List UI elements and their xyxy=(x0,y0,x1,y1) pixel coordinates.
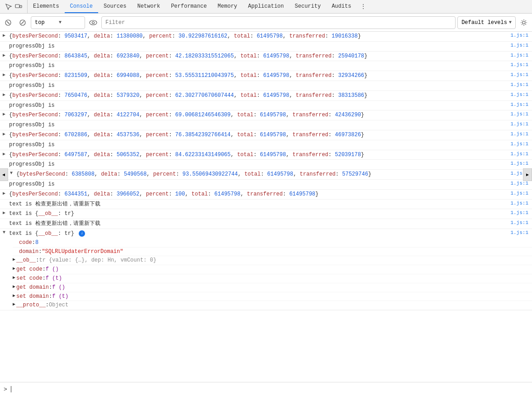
log-entry: text is 检查更新出错，请重新下载 1.js:1 xyxy=(0,200,532,210)
svg-point-7 xyxy=(92,21,95,24)
log-entry: progressObj is 1.js:1 xyxy=(0,180,532,190)
log-entry-with-nav: ◀ ▼ {bytesPerSecond: 6385808, delta: 549… xyxy=(0,170,532,180)
log-source[interactable]: 1.js:1 xyxy=(508,52,532,59)
log-source[interactable]: 1.js:1 xyxy=(508,71,532,78)
log-source[interactable]: 1.js:1 xyxy=(508,190,532,197)
nav-right-arrow[interactable]: ▶ xyxy=(523,168,532,181)
console-cursor xyxy=(11,386,11,392)
log-source[interactable]: 1.js:1 xyxy=(508,140,532,148)
nav-tabs: Elements Console Sources Network Perform… xyxy=(28,0,356,13)
log-source[interactable]: 1.js:1 xyxy=(508,209,532,216)
tree-prop-get-code: ▶ get code: f () xyxy=(13,265,532,274)
eye-button[interactable] xyxy=(87,16,100,29)
inspect-icon[interactable] xyxy=(5,3,13,11)
log-source[interactable]: 1.js:1 xyxy=(508,160,532,167)
log-source[interactable]: 1.js:1 xyxy=(508,120,532,128)
log-source[interactable]: 1.js:1 xyxy=(508,130,532,138)
context-selector[interactable]: top ▼ xyxy=(31,16,85,29)
tree-prop-get-domain: ▶ get domain: f () xyxy=(13,283,532,292)
expand-arrow-open[interactable]: ▼ xyxy=(8,170,14,176)
filter-input[interactable] xyxy=(101,16,456,29)
filter-toggle-button[interactable] xyxy=(16,16,29,29)
tab-security[interactable]: Security xyxy=(290,0,327,13)
level-selector[interactable]: Default levels ▼ xyxy=(457,16,516,29)
expand-arrow[interactable]: ▶ xyxy=(1,209,7,215)
log-source[interactable]: 1.js:1 xyxy=(508,150,532,157)
log-source[interactable]: 1.js:1 xyxy=(508,61,532,68)
log-source[interactable]: 1.js:1 xyxy=(508,229,532,236)
tree-prop-set-code: ▶ set code: f (t) xyxy=(13,274,532,283)
console-output: ▶ {bytesPerSecond: 9503417, delta: 11380… xyxy=(0,32,532,382)
svg-line-3 xyxy=(7,21,10,24)
tab-network[interactable]: Network xyxy=(132,0,165,13)
log-entry: progressObj is 1.js:1 xyxy=(0,61,532,71)
log-entry: progressObj is 1.js:1 xyxy=(0,140,532,150)
log-entry: ▶ {bytesPerSecond: 6497587, delta: 50653… xyxy=(0,150,532,160)
expand-arrow[interactable]: ▶ xyxy=(1,71,7,77)
log-source[interactable]: 1.js:1 xyxy=(508,91,532,98)
svg-rect-0 xyxy=(15,5,19,8)
expand-sub-arrow[interactable]: ▶ xyxy=(13,266,15,272)
svg-line-5 xyxy=(21,21,24,24)
log-entry: ▶ {bytesPerSecond: 7063297, delta: 41227… xyxy=(0,110,532,120)
expand-arrow[interactable]: ▶ xyxy=(1,110,7,117)
expand-sub-arrow[interactable]: ▶ xyxy=(13,275,15,281)
svg-rect-1 xyxy=(20,5,22,8)
tree-prop-ob: ▶ __ob__: tr {value: {…}, dep: Hn, vmCou… xyxy=(13,256,532,265)
log-source[interactable]: 1.js:1 xyxy=(508,42,532,49)
log-entry: ▶ {bytesPerSecond: 6344351, delta: 39660… xyxy=(0,190,532,200)
expand-arrow[interactable]: ▶ xyxy=(1,52,7,58)
log-entry: progressObj is 1.js:1 xyxy=(0,160,532,170)
expand-arrow[interactable]: ▶ xyxy=(1,91,7,97)
expand-placeholder xyxy=(1,42,7,43)
level-dropdown-arrow: ▼ xyxy=(509,20,512,25)
log-entry: text is 检查更新出错，请重新下载 1.js:1 xyxy=(0,219,532,229)
expanded-object-tree: code: 8 domain: "SQLRLUpdaterErrorDomain… xyxy=(0,239,532,310)
log-source[interactable]: 1.js:1 xyxy=(508,219,532,226)
expand-sub-arrow[interactable]: ▶ xyxy=(13,257,15,263)
log-source[interactable]: 1.js:1 xyxy=(508,101,532,108)
expand-arrow[interactable]: ▶ xyxy=(1,130,7,137)
context-dropdown-arrow: ▼ xyxy=(59,20,81,25)
console-prompt-icon: > xyxy=(4,386,7,393)
nav-left-arrow[interactable]: ◀ xyxy=(0,168,8,181)
log-entry: progressObj is 1.js:1 xyxy=(0,120,532,130)
tree-prop-code: code: 8 xyxy=(13,239,532,248)
devtools-nav: Elements Console Sources Network Perform… xyxy=(0,0,532,14)
tab-performance[interactable]: Performance xyxy=(166,0,212,13)
expand-arrow-open[interactable]: ▼ xyxy=(1,229,7,235)
tab-audits[interactable]: Audits xyxy=(326,0,356,13)
log-entry: ▶ text is {__ob__: tr} 1.js:1 xyxy=(0,209,532,219)
settings-button[interactable] xyxy=(518,16,530,29)
console-input-bar: > xyxy=(0,382,532,396)
console-toolbar: top ▼ Default levels ▼ xyxy=(0,14,532,32)
svg-point-8 xyxy=(522,21,525,24)
svg-point-6 xyxy=(90,20,97,25)
log-entry: ▶ {bytesPerSecond: 6702886, delta: 45375… xyxy=(0,130,532,140)
more-tabs-icon[interactable]: ⋮ xyxy=(356,3,370,10)
log-source[interactable]: 1.js:1 xyxy=(508,32,532,39)
expand-arrow[interactable]: ▶ xyxy=(1,32,7,38)
log-entry: ▶ {bytesPerSecond: 8643845, delta: 69238… xyxy=(0,52,532,62)
tab-elements[interactable]: Elements xyxy=(28,0,65,13)
tab-console[interactable]: Console xyxy=(65,0,98,13)
log-source[interactable]: 1.js:1 xyxy=(508,110,532,118)
log-entry: ▶ {bytesPerSecond: 9503417, delta: 11380… xyxy=(0,32,532,42)
tree-prop-set-domain: ▶ set domain: f (t) xyxy=(13,292,532,301)
clear-console-button[interactable] xyxy=(2,16,14,29)
expand-sub-arrow[interactable]: ▶ xyxy=(13,284,15,290)
tab-application[interactable]: Application xyxy=(242,0,289,13)
log-source[interactable]: 1.js:1 xyxy=(508,200,532,207)
expand-sub-arrow[interactable]: ▶ xyxy=(13,293,15,299)
expand-sub-arrow[interactable]: ▶ xyxy=(13,301,15,308)
log-entry: progressObj is 1.js:1 xyxy=(0,81,532,91)
tree-prop-proto: ▶ __proto__: Object xyxy=(13,301,532,310)
expand-arrow[interactable]: ▶ xyxy=(1,190,7,196)
log-source[interactable]: 1.js:1 xyxy=(508,81,532,88)
tab-sources[interactable]: Sources xyxy=(98,0,132,13)
tab-memory[interactable]: Memory xyxy=(212,0,242,13)
expand-arrow[interactable]: ▶ xyxy=(1,150,7,157)
log-entry-expanded: ▼ text is {__ob__: tr} i 1.js:1 code: 8 … xyxy=(0,229,532,310)
device-toggle-icon[interactable] xyxy=(14,3,23,11)
info-icon[interactable]: i xyxy=(79,230,85,237)
